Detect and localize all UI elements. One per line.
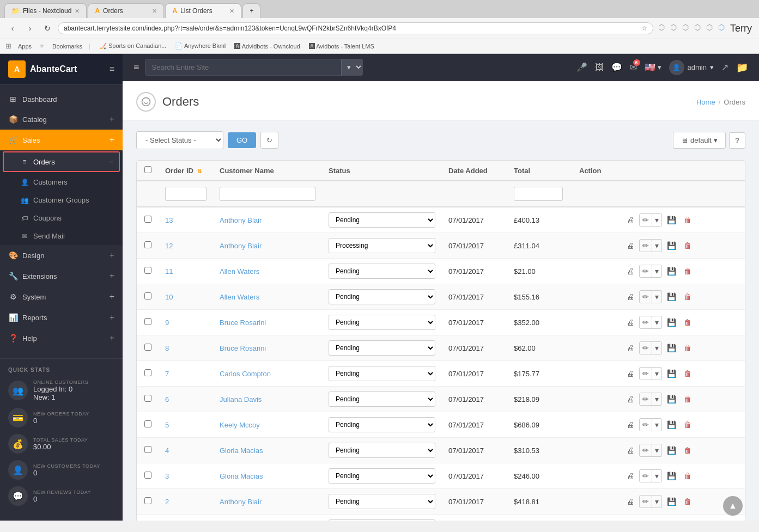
order-id-link[interactable]: 8 <box>165 344 169 352</box>
scroll-to-top-button[interactable]: ▲ <box>723 496 743 516</box>
delete-button[interactable]: 🗑 <box>681 342 694 354</box>
sidebar-item-customers[interactable]: 👤 Customers <box>0 173 123 191</box>
order-id-link[interactable]: 5 <box>165 421 169 429</box>
status-select[interactable]: PendingProcessingShippedCompleteCancelle… <box>329 238 435 253</box>
edit-button[interactable]: ✏ <box>640 316 652 328</box>
user-menu[interactable]: 👤 admin ▾ <box>669 60 714 75</box>
ext-icon-5[interactable]: ⬡ <box>705 23 714 34</box>
ext-icon-1[interactable]: ⬡ <box>657 23 666 34</box>
row-checkbox[interactable] <box>144 216 151 223</box>
save-button[interactable]: 💾 <box>664 265 679 277</box>
edit-button[interactable]: ✏ <box>640 368 652 380</box>
folder-icon[interactable]: 📁 <box>736 62 748 74</box>
mail-icon[interactable]: ✉ 6 <box>630 62 637 72</box>
customer-link[interactable]: Anthony Blair <box>220 498 262 506</box>
edit-button[interactable]: ✏ <box>640 470 652 482</box>
delete-button[interactable]: 🗑 <box>681 470 694 482</box>
edit-button[interactable]: ✏ <box>640 240 652 252</box>
new-tab-button[interactable]: + <box>242 3 260 18</box>
status-select[interactable]: PendingProcessingShippedCompleteCancelle… <box>329 264 435 279</box>
customer-link[interactable]: Allen Waters <box>220 267 259 276</box>
sidebar-item-reports[interactable]: 📊 Reports + <box>0 307 123 328</box>
save-button[interactable]: 💾 <box>664 291 679 303</box>
customer-link[interactable]: Anthony Blair <box>220 242 262 250</box>
status-select[interactable]: PendingProcessingShippedCompleteCancelle… <box>329 289 435 304</box>
select-all-checkbox[interactable] <box>144 166 151 173</box>
save-button[interactable]: 💾 <box>664 496 679 507</box>
default-view-button[interactable]: 🖥 default ▾ <box>673 132 726 149</box>
bookmark-sports[interactable]: 🏒 Sports on Canadian... <box>97 41 168 51</box>
save-button[interactable]: 💾 <box>664 470 679 482</box>
edit-button[interactable]: ✏ <box>640 291 652 303</box>
row-checkbox[interactable] <box>144 395 151 402</box>
bookmark-advidbots[interactable]: 🅰 Advidbots - Owncloud <box>232 42 302 51</box>
print-button[interactable]: 🖨 <box>624 265 637 277</box>
status-select[interactable]: PendingProcessingShippedCompleteCancelle… <box>329 366 435 381</box>
delete-button[interactable]: 🗑 <box>681 240 694 252</box>
delete-button[interactable]: 🗑 <box>681 291 694 303</box>
delete-button[interactable]: 🗑 <box>681 419 694 431</box>
row-checkbox[interactable] <box>144 446 151 453</box>
customer-link[interactable]: Bruce Rosarini <box>220 319 266 327</box>
ext-icon-4[interactable]: ⬡ <box>693 23 702 34</box>
order-id-link[interactable]: 2 <box>165 498 169 506</box>
status-select[interactable]: PendingProcessingShippedCompleteCancelle… <box>329 494 435 509</box>
edit-dropdown-button[interactable]: ▾ <box>652 291 661 303</box>
edit-button[interactable]: ✏ <box>640 444 652 456</box>
status-select[interactable]: PendingProcessingShippedCompleteCancelle… <box>329 468 435 484</box>
save-button[interactable]: 💾 <box>664 214 679 226</box>
customer-name-filter-input[interactable] <box>220 187 315 201</box>
star-icon[interactable]: ☆ <box>641 25 647 32</box>
refresh-button[interactable]: ↻ <box>260 132 278 149</box>
sidebar-item-help[interactable]: ❓ Help + <box>0 328 123 348</box>
customer-link[interactable]: Anthony Blair <box>220 216 262 224</box>
order-id-filter-input[interactable] <box>165 187 207 201</box>
forward-button[interactable]: › <box>23 21 37 35</box>
status-select[interactable]: PendingProcessingShippedCompleteCancelle… <box>329 315 435 330</box>
edit-dropdown-button[interactable]: ▾ <box>652 444 661 456</box>
save-button[interactable]: 💾 <box>664 316 679 328</box>
customer-link[interactable]: Keely Mccoy <box>220 421 260 429</box>
ext-icon-6[interactable]: ⬡ <box>717 23 726 34</box>
tab-close-files[interactable]: ✕ <box>75 8 80 15</box>
edit-dropdown-button[interactable]: ▾ <box>652 342 661 354</box>
chat-icon[interactable]: 💬 <box>611 62 622 72</box>
edit-dropdown-button[interactable]: ▾ <box>652 240 661 252</box>
col-order-id-header[interactable]: Order ID ⇅ <box>159 161 213 181</box>
sidebar-item-sales[interactable]: 🛒 Sales + <box>0 130 123 150</box>
print-button[interactable]: 🖨 <box>624 291 637 303</box>
sidebar-item-send-mail[interactable]: ✉ Send Mail <box>0 227 123 245</box>
order-id-link[interactable]: 13 <box>165 216 173 224</box>
edit-dropdown-button[interactable]: ▾ <box>652 214 661 226</box>
search-scope-select[interactable]: ▾ <box>341 59 363 76</box>
delete-button[interactable]: 🗑 <box>681 496 694 507</box>
edit-dropdown-button[interactable]: ▾ <box>652 470 661 482</box>
edit-button[interactable]: ✏ <box>640 496 652 507</box>
order-id-link[interactable]: 3 <box>165 472 169 480</box>
save-button[interactable]: 💾 <box>664 393 679 405</box>
browser-tab-orders[interactable]: A Orders ✕ <box>88 3 164 18</box>
print-button[interactable]: 🖨 <box>624 470 637 482</box>
image-gallery-icon[interactable]: 🖼 <box>595 63 604 72</box>
edit-button[interactable]: ✏ <box>640 342 652 354</box>
sidebar-item-orders[interactable]: ≡ Orders − <box>3 151 120 172</box>
external-link-icon[interactable]: ↗ <box>721 62 728 72</box>
apps-icon[interactable]: ⊞ <box>5 42 11 50</box>
help-button[interactable]: ? <box>729 132 745 149</box>
row-checkbox[interactable] <box>144 369 151 376</box>
print-button[interactable]: 🖨 <box>624 214 637 226</box>
row-checkbox[interactable] <box>144 420 151 427</box>
status-select[interactable]: PendingProcessingShippedCompleteCancelle… <box>329 340 435 356</box>
delete-button[interactable]: 🗑 <box>681 316 694 328</box>
row-checkbox[interactable] <box>144 241 151 248</box>
sidebar-item-extensions[interactable]: 🔧 Extensions + <box>0 266 123 286</box>
save-button[interactable]: 💾 <box>664 368 679 380</box>
edit-button[interactable]: ✏ <box>640 265 652 277</box>
search-input[interactable] <box>145 59 363 76</box>
status-select[interactable]: PendingProcessingShippedCompleteCancelle… <box>329 212 435 228</box>
print-button[interactable]: 🖨 <box>624 419 637 431</box>
print-button[interactable]: 🖨 <box>624 444 637 456</box>
microphone-icon[interactable]: 🎤 <box>576 62 587 72</box>
customer-link[interactable]: Gloria Macias <box>220 472 263 480</box>
print-button[interactable]: 🖨 <box>624 316 637 328</box>
